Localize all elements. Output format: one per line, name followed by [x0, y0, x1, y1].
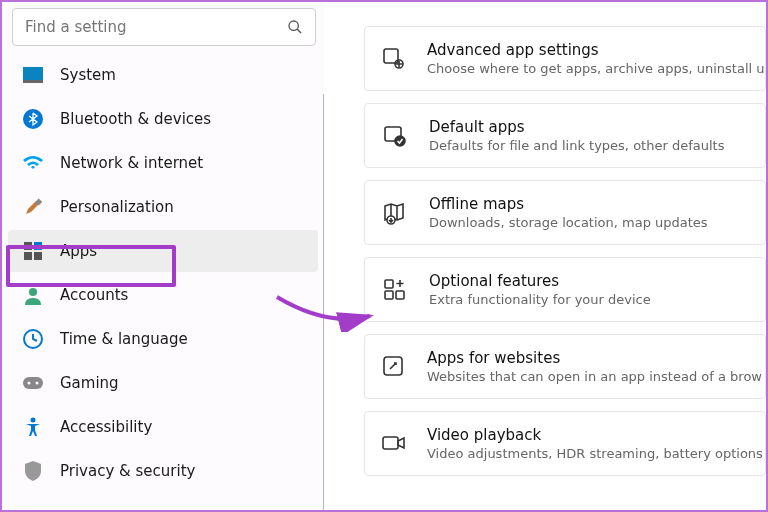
card-title: Offline maps	[429, 195, 708, 213]
card-title: Default apps	[429, 118, 724, 136]
card-default-apps[interactable]: Default apps Defaults for file and link …	[364, 103, 766, 168]
svg-rect-23	[396, 291, 404, 299]
svg-rect-9	[34, 252, 42, 260]
card-title: Apps for websites	[427, 349, 762, 367]
paintbrush-icon	[22, 196, 44, 218]
sidebar-item-network[interactable]: Network & internet	[8, 142, 318, 184]
card-text: Video playback Video adjustments, HDR st…	[427, 426, 763, 461]
svg-rect-6	[24, 242, 32, 250]
card-apps-for-websites[interactable]: Apps for websites Websites that can open…	[364, 334, 766, 399]
card-text: Offline maps Downloads, storage location…	[429, 195, 708, 230]
search-input[interactable]	[25, 18, 287, 36]
sidebar-item-accounts[interactable]: Accounts	[8, 274, 318, 316]
card-desc: Video adjustments, HDR streaming, batter…	[427, 446, 763, 461]
svg-point-15	[31, 418, 36, 423]
sidebar-item-apps[interactable]: Apps	[8, 230, 318, 272]
default-apps-icon	[381, 122, 409, 150]
sidebar-item-system[interactable]: System	[8, 54, 318, 96]
sidebar-item-label: Bluetooth & devices	[60, 110, 211, 128]
gamepad-icon	[22, 372, 44, 394]
sidebar-item-label: Apps	[60, 242, 97, 260]
svg-rect-7	[34, 242, 42, 250]
sidebar-item-label: System	[60, 66, 116, 84]
map-icon	[381, 199, 409, 227]
svg-rect-3	[23, 80, 43, 83]
sidebar-item-accessibility[interactable]: Accessibility	[8, 406, 318, 448]
sidebar-item-gaming[interactable]: Gaming	[8, 362, 318, 404]
svg-line-1	[297, 29, 301, 33]
sidebar-item-label: Accessibility	[60, 418, 152, 436]
apps-icon	[22, 240, 44, 262]
sidebar-item-label: Network & internet	[60, 154, 203, 172]
card-title: Video playback	[427, 426, 763, 444]
person-icon	[22, 284, 44, 306]
card-optional-features[interactable]: Optional features Extra functionality fo…	[364, 257, 766, 322]
sidebar-item-label: Time & language	[60, 330, 188, 348]
svg-rect-12	[23, 377, 43, 389]
settings-nav: System Bluetooth & devices Network & int…	[8, 54, 324, 492]
card-title: Advanced app settings	[427, 41, 764, 59]
card-desc: Extra functionality for your device	[429, 292, 651, 307]
clock-icon	[22, 328, 44, 350]
sidebar-item-personalization[interactable]: Personalization	[8, 186, 318, 228]
wifi-icon	[22, 152, 44, 174]
sidebar-item-label: Personalization	[60, 198, 174, 216]
svg-rect-22	[385, 291, 393, 299]
svg-point-10	[29, 288, 37, 296]
card-advanced-app-settings[interactable]: Advanced app settings Choose where to ge…	[364, 26, 766, 91]
svg-point-13	[28, 382, 31, 385]
sidebar-item-label: Accounts	[60, 286, 128, 304]
card-title: Optional features	[429, 272, 651, 290]
settings-sidebar: System Bluetooth & devices Network & int…	[2, 2, 324, 510]
card-desc: Choose where to get apps, archive apps, …	[427, 61, 764, 76]
sidebar-item-label: Gaming	[60, 374, 119, 392]
svg-rect-21	[385, 280, 393, 288]
bluetooth-icon	[22, 108, 44, 130]
card-video-playback[interactable]: Video playback Video adjustments, HDR st…	[364, 411, 766, 476]
svg-point-19	[395, 136, 405, 146]
video-icon	[381, 430, 407, 458]
websites-icon	[381, 353, 407, 381]
svg-rect-8	[24, 252, 32, 260]
svg-rect-2	[23, 67, 43, 81]
sidebar-item-label: Privacy & security	[60, 462, 195, 480]
svg-point-0	[289, 21, 298, 30]
svg-rect-25	[383, 437, 398, 449]
sidebar-divider	[323, 94, 324, 510]
shield-icon	[22, 460, 44, 482]
card-text: Default apps Defaults for file and link …	[429, 118, 724, 153]
card-text: Apps for websites Websites that can open…	[427, 349, 762, 384]
accessibility-icon	[22, 416, 44, 438]
system-icon	[22, 64, 44, 86]
search-icon	[287, 19, 303, 35]
svg-point-14	[36, 382, 39, 385]
sidebar-item-privacy[interactable]: Privacy & security	[8, 450, 318, 492]
card-desc: Defaults for file and link types, other …	[429, 138, 724, 153]
card-desc: Websites that can open in an app instead…	[427, 369, 762, 384]
card-text: Optional features Extra functionality fo…	[429, 272, 651, 307]
card-text: Advanced app settings Choose where to ge…	[427, 41, 764, 76]
advanced-settings-icon	[381, 45, 407, 73]
card-desc: Downloads, storage location, map updates	[429, 215, 708, 230]
sidebar-item-time[interactable]: Time & language	[8, 318, 318, 360]
optional-features-icon	[381, 276, 409, 304]
card-offline-maps[interactable]: Offline maps Downloads, storage location…	[364, 180, 766, 245]
settings-main: Advanced app settings Choose where to ge…	[324, 2, 766, 510]
sidebar-item-bluetooth[interactable]: Bluetooth & devices	[8, 98, 318, 140]
search-field[interactable]	[12, 8, 316, 46]
